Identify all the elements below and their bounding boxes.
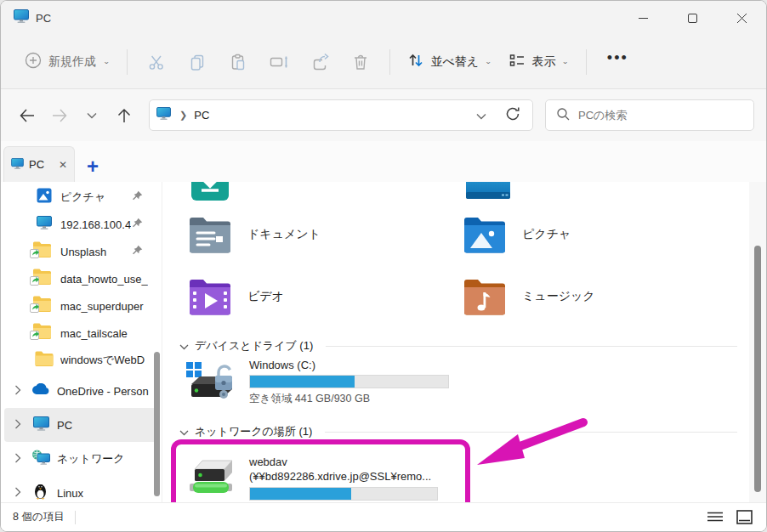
- tab-close-icon[interactable]: ✕: [59, 159, 67, 171]
- status-bar: 8 個の項目: [1, 502, 766, 531]
- tile-label: ミュージック: [522, 289, 595, 304]
- address-dropdown-button[interactable]: [476, 108, 486, 123]
- downloads-icon: [190, 182, 230, 202]
- tile-music[interactable]: ミュージック: [463, 278, 595, 315]
- back-button[interactable]: [11, 100, 43, 131]
- desktop-folder-partial[interactable]: [464, 182, 514, 204]
- chevron-down-icon[interactable]: [179, 424, 189, 439]
- paste-button[interactable]: [218, 45, 259, 79]
- folder-shortcut-icon: [30, 241, 52, 262]
- tile-webdav-drive[interactable]: webdav (¥¥bd892286.xdrive.jp@SSL¥remo...: [188, 456, 438, 501]
- navigation-sidebar: ピクチャ 192.168.100.4 Unsplash data_howto_u…: [1, 182, 162, 502]
- toolbar-separator: [586, 49, 587, 75]
- large-thumbnails-view-button[interactable]: [734, 507, 754, 528]
- tile-videos[interactable]: ビデオ: [188, 278, 284, 315]
- toolbar-separator: [389, 49, 390, 75]
- sidebar-item-label: ネットワーク: [57, 451, 125, 467]
- view-layout-icon: [508, 52, 526, 71]
- sidebar-item-onedrive[interactable]: OneDrive - Person: [4, 374, 158, 408]
- pin-icon: [132, 244, 143, 259]
- details-view-button[interactable]: [705, 507, 725, 528]
- toolbar-separator: [127, 49, 128, 75]
- view-button[interactable]: 表示 ⌄: [500, 45, 577, 78]
- music-folder-icon: [463, 278, 507, 315]
- copy-icon: [188, 53, 207, 71]
- tile-windows-c-drive[interactable]: Windows (C:) 空き領域 441 GB/930 GB: [185, 359, 449, 408]
- folder-icon: [35, 351, 54, 370]
- sidebar-item-linux[interactable]: Linux: [4, 476, 158, 502]
- close-button[interactable]: [717, 1, 766, 35]
- sidebar-item-unsplash[interactable]: Unsplash: [4, 238, 158, 265]
- sidebar-item-mac-tailscale[interactable]: mac_tailscale: [4, 320, 158, 347]
- tile-documents[interactable]: ドキュメント: [188, 216, 321, 253]
- sidebar-item-label: OneDrive - Person: [57, 385, 149, 398]
- sidebar-item-windows-webdav[interactable]: windowsでWebD: [4, 347, 158, 374]
- section-title: ネットワークの場所 (1): [195, 424, 312, 439]
- minimize-button[interactable]: [618, 1, 668, 35]
- capacity-bar-fill: [250, 488, 351, 500]
- sidebar-scrollbar[interactable]: [154, 352, 160, 496]
- drive-name: Windows (C:): [249, 359, 449, 371]
- rename-icon: [269, 53, 289, 71]
- sidebar-item-192-168-100-4[interactable]: 192.168.100.4: [4, 211, 158, 238]
- scissors-icon: [147, 53, 166, 71]
- chevron-right-icon[interactable]: [14, 417, 21, 433]
- chevron-right-icon[interactable]: [14, 485, 21, 501]
- new-button[interactable]: 新規作成 ⌄: [16, 45, 118, 78]
- downloads-folder-partial[interactable]: [190, 182, 234, 204]
- sidebar-item-pictures[interactable]: ピクチャ: [4, 184, 158, 211]
- delete-button[interactable]: [340, 45, 381, 79]
- folder-shortcut-icon: [30, 323, 52, 343]
- section-title: デバイスとドライブ (1): [195, 338, 313, 354]
- capacity-bar: [249, 487, 438, 501]
- pc-monitor-icon: [156, 107, 171, 123]
- drive-free-space: 空き領域 441 GB/930 GB: [249, 392, 449, 406]
- share-button[interactable]: [299, 45, 340, 79]
- sidebar-item-label: mac_tailscale: [60, 327, 128, 340]
- cut-button[interactable]: [136, 45, 177, 79]
- main-scrollbar[interactable]: [749, 182, 766, 502]
- breadcrumb-pc[interactable]: PC: [194, 109, 209, 122]
- sidebar-item-data-howto-use[interactable]: data_howto_use_: [4, 265, 158, 292]
- sidebar-item-label: Linux: [57, 487, 83, 500]
- main-scrollbar-thumb[interactable]: [754, 246, 761, 492]
- sort-button[interactable]: 並べ替え ⌄: [399, 45, 500, 78]
- drive-name: webdav: [249, 456, 438, 468]
- forward-button[interactable]: [43, 100, 76, 131]
- tab-pc[interactable]: PC ✕: [3, 146, 75, 182]
- breadcrumb-separator: ❯: [179, 110, 187, 121]
- tile-pictures[interactable]: ピクチャ: [463, 216, 571, 253]
- sort-button-label: 並べ替え: [430, 54, 479, 70]
- up-button[interactable]: [108, 100, 140, 131]
- search-input[interactable]: [578, 109, 743, 122]
- navigation-bar: ❯ PC: [1, 89, 766, 141]
- section-divider: [326, 346, 737, 347]
- maximize-button[interactable]: [668, 1, 717, 35]
- copy-button[interactable]: [177, 45, 218, 79]
- documents-folder-icon: [188, 216, 232, 253]
- rename-button[interactable]: [259, 45, 299, 79]
- section-network-locations[interactable]: ネットワークの場所 (1): [179, 424, 737, 439]
- sidebar-item-pc[interactable]: PC: [4, 408, 158, 442]
- monitor-icon: [33, 416, 49, 434]
- refresh-button[interactable]: [505, 106, 520, 125]
- pictures-folder-icon: [463, 216, 507, 253]
- recent-locations-button[interactable]: [76, 100, 108, 131]
- more-options-button[interactable]: •••: [595, 49, 640, 74]
- search-box[interactable]: [545, 99, 754, 131]
- share-icon: [310, 53, 329, 71]
- drive-path: (¥¥bd892286.xdrive.jp@SSL¥remo...: [249, 470, 438, 483]
- address-bar[interactable]: ❯ PC: [149, 99, 533, 131]
- monitor-icon: [37, 216, 52, 233]
- section-devices-drives[interactable]: デバイスとドライブ (1): [179, 338, 737, 354]
- sidebar-item-network[interactable]: ネットワーク: [4, 442, 158, 476]
- chevron-down-icon[interactable]: [179, 338, 189, 354]
- sidebar-item-mac-superduper[interactable]: mac_superduper: [4, 292, 158, 320]
- annotation-highlight-box: webdav (¥¥bd892286.xdrive.jp@SSL¥remo...: [171, 439, 470, 502]
- sort-arrows-icon: [407, 52, 424, 71]
- new-tab-button[interactable]: +: [87, 156, 99, 177]
- title-bar: PC: [1, 1, 766, 35]
- command-toolbar: 新規作成 ⌄ 並べ替え ⌄ 表示 ⌄: [1, 35, 766, 89]
- chevron-right-icon[interactable]: [14, 451, 21, 467]
- chevron-right-icon[interactable]: [14, 383, 21, 399]
